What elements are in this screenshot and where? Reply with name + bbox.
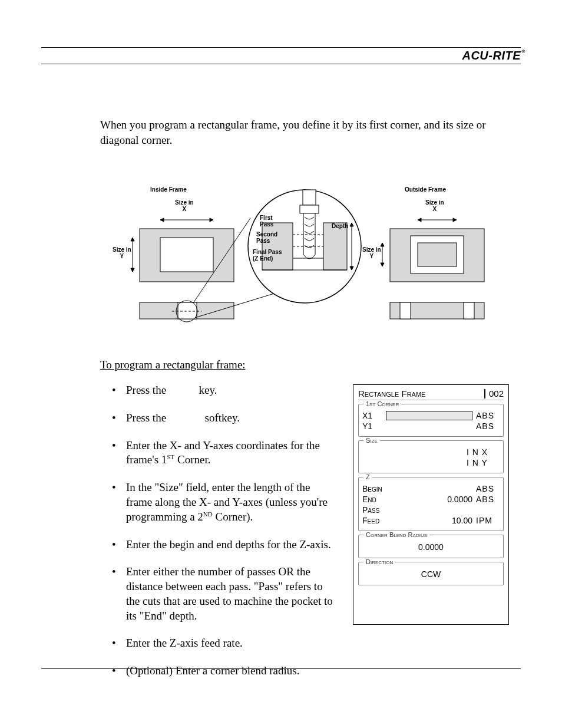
size-y-unit: I N Y [467,458,500,467]
label-depth: Depth [332,223,348,229]
svg-rect-1 [160,238,213,272]
z-end-unit: ABS [476,495,500,504]
footer-rule [41,668,521,669]
x1-unit: ABS [476,411,500,420]
label-outside-frame: Outside Frame [405,186,446,193]
z-end-label: End [362,495,394,504]
steps-list: Press the key. Press the softkey. Enter … [100,383,336,678]
group-corner-blend-radius: Corner Blend Radius 0.0000 [358,535,504,558]
direction-value: CCW [362,568,500,580]
step-item: (Optional) Enter a corner blend radius. [112,664,336,678]
step-item: Press the softkey. [112,411,336,426]
label-second-pass: Second Pass [256,231,277,244]
screen-title: Rectangle Frame [358,388,481,398]
z-feed-value: 10.00 [394,516,476,525]
svg-marker-36 [381,243,384,246]
y1-label: Y1 [362,421,386,431]
step-item: Enter the Z-axis feed rate. [112,636,336,651]
svg-rect-28 [418,243,457,266]
svg-rect-31 [464,302,474,319]
frame-diagram: Inside Frame Outside Frame Size in X Siz… [100,164,509,335]
corner-blend-value: 0.0000 [362,541,500,553]
svg-rect-16 [323,223,347,270]
svg-rect-15 [262,223,293,270]
group-z: Z Begin ABS End 0.0000 ABS Pass [358,477,504,531]
group-direction: Direction CCW [358,562,504,585]
svg-marker-37 [381,263,384,266]
intro-paragraph: When you program a rectangular frame, yo… [100,117,509,147]
label-size-x-left: Size in X [175,199,194,212]
label-size-x-right: Size in X [425,199,444,212]
svg-marker-7 [210,218,213,222]
svg-rect-21 [303,190,316,205]
svg-marker-34 [453,218,457,222]
step-item: Enter either the number of passes OR the… [112,565,336,623]
z-feed-unit: IPM [476,516,500,525]
label-inside-frame: Inside Frame [150,186,187,193]
rectangle-frame-screen: Rectangle Frame 002 1st Corner X1 ABS Y1 [353,384,509,625]
svg-rect-30 [400,302,411,319]
section-heading: To program a rectangular frame: [100,358,509,371]
svg-marker-33 [418,218,421,222]
svg-rect-22 [300,205,319,213]
z-feed-label: Feed [362,516,394,525]
y1-unit: ABS [476,421,500,431]
svg-marker-10 [131,268,134,272]
z-begin-unit: ABS [476,484,500,493]
screen-number: 002 [489,388,504,398]
label-size-y-right: Size in Y [362,246,381,259]
page-header: ACU-RITE [41,49,521,64]
label-size-y-left: Size in Y [113,246,131,259]
group-size: Size I N X I N Y [358,440,504,473]
x1-input[interactable] [386,411,472,420]
x1-label: X1 [362,411,386,420]
z-end-value: 0.0000 [394,495,476,504]
label-final-pass: Final Pass (Z End) [253,249,282,262]
brand-logo: ACU-RITE [462,49,521,62]
svg-marker-6 [160,218,164,222]
group-1st-corner: 1st Corner X1 ABS Y1 ABS [358,404,504,437]
step-item: Enter the X- and Y-axes coordinates for … [112,439,336,468]
step-item: Press the key. [112,383,336,398]
z-begin-label: Begin [362,484,394,493]
step-item: In the "Size" field, enter the length of… [112,480,336,524]
size-x-unit: I N X [467,447,500,457]
label-first-pass: First Pass [260,215,273,228]
step-item: Enter the begin and end depths for the Z… [112,538,336,552]
svg-rect-3 [178,302,197,319]
svg-marker-9 [131,238,134,241]
z-pass-label: Pass [362,505,394,515]
